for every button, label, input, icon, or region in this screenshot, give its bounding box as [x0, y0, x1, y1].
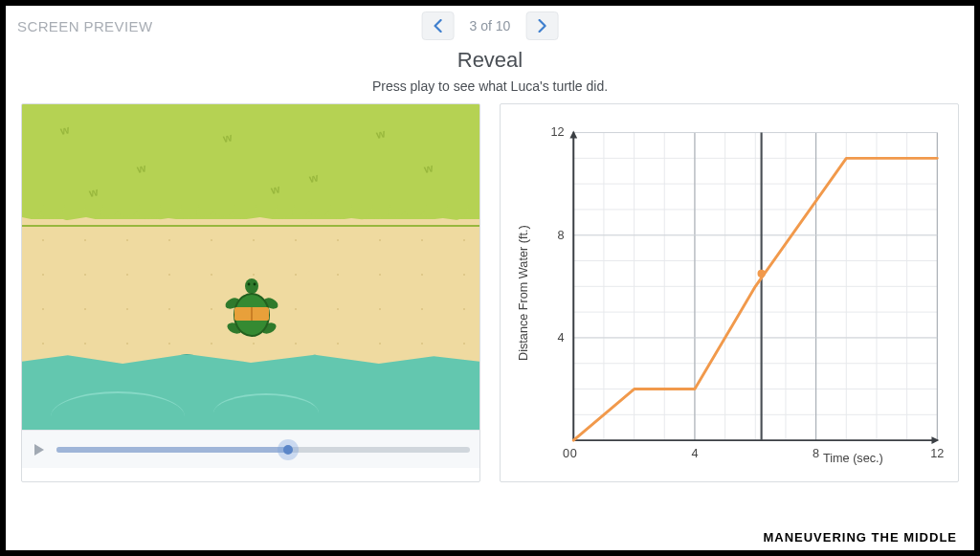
wave-icon: [51, 391, 185, 420]
svg-text:0: 0: [563, 447, 569, 460]
scrubber-track[interactable]: [56, 447, 470, 453]
play-button[interactable]: [32, 442, 47, 457]
svg-text:8: 8: [557, 229, 564, 242]
chevron-right-icon: [537, 19, 546, 33]
animation-controls: [22, 430, 479, 468]
animation-panel: w w w w w w w w: [21, 103, 480, 482]
chevron-left-icon: [434, 19, 443, 33]
page-subtitle: Press play to see what Luca's turtle did…: [6, 78, 974, 94]
water-area: [22, 372, 479, 430]
svg-text:12: 12: [550, 125, 564, 139]
wave-icon: [213, 393, 319, 422]
x-axis-label: Time (sec.): [823, 453, 883, 466]
svg-text:8: 8: [813, 447, 819, 460]
distance-time-chart: 0481204812 Distance From Water (ft.) Tim…: [510, 114, 948, 472]
chart-panel: 0481204812 Distance From Water (ft.) Tim…: [500, 103, 959, 482]
svg-point-9: [254, 283, 256, 286]
svg-text:12: 12: [930, 447, 944, 460]
grass-area: [22, 104, 479, 219]
svg-point-54: [758, 270, 766, 278]
y-axis-label: Distance From Water (ft.): [517, 225, 530, 361]
turtle-scene: w w w w w w w w: [22, 104, 479, 430]
turtle-icon: [223, 277, 280, 344]
page-counter: 3 of 10: [470, 18, 511, 33]
svg-point-0: [245, 278, 258, 294]
svg-text:4: 4: [691, 447, 698, 460]
svg-text:4: 4: [557, 331, 564, 345]
screen-preview-label: SCREEN PREVIEW: [17, 18, 152, 34]
page-title: Reveal: [6, 48, 974, 73]
water-edge: [22, 353, 479, 374]
pager: 3 of 10: [422, 11, 559, 40]
prev-button[interactable]: [422, 11, 455, 40]
svg-text:0: 0: [570, 447, 577, 460]
play-icon: [33, 443, 45, 456]
scrubber-handle[interactable]: [278, 439, 299, 460]
svg-point-8: [248, 283, 251, 286]
next-button[interactable]: [525, 11, 558, 40]
attribution: MANEUVERING THE MIDDLE: [763, 530, 957, 545]
